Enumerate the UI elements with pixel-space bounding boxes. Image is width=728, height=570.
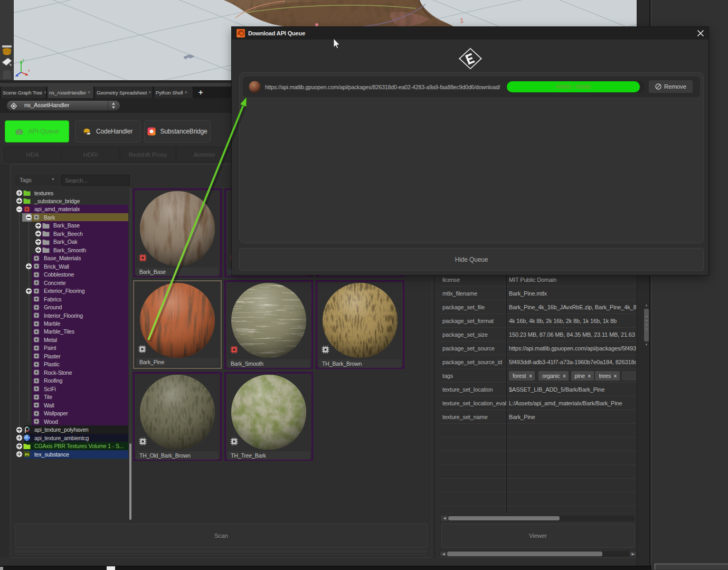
expand-icon[interactable] <box>16 198 22 204</box>
scrollbar-handle[interactable] <box>447 552 602 556</box>
tree-item-bark[interactable]: Bark <box>10 213 129 222</box>
tree-item-fabrics[interactable]: Fabrics <box>10 295 129 303</box>
texture-tile-th_tree_bark[interactable]: TH_Tree_Bark <box>224 372 313 461</box>
scan-button[interactable]: Scan <box>15 524 428 548</box>
tree-item-roofing[interactable]: Roofing <box>10 376 129 385</box>
tab-geometry-spreadsheet[interactable]: Geometry Spreadsheet× <box>95 87 153 98</box>
texture-tile-th_old_bark_brown[interactable]: TH_Old_Bark_Brown <box>133 372 222 461</box>
tree-item-tex-substance[interactable]: Pttex_substance <box>10 450 129 459</box>
tree-item-bark-base[interactable]: Bark_Base <box>10 221 129 230</box>
category-tab-redshift-proxy[interactable]: Redshift Proxy <box>120 147 176 162</box>
scroll-down-arrow[interactable]: ▼ <box>644 343 649 347</box>
api-queue-button[interactable]: API-Queue <box>5 120 69 142</box>
expand-icon[interactable] <box>35 223 41 229</box>
scroll-up-arrow[interactable]: ▲ <box>644 303 649 308</box>
scroll-left-arrow[interactable]: ◀ <box>440 552 447 556</box>
tree-item-api-texture-ambientcg[interactable]: api_texture_ambientcg <box>10 434 129 442</box>
scroll-left-arrow[interactable]: ◀ <box>441 516 448 521</box>
tree-item-marble-tiles[interactable]: Marble_Tiles <box>10 327 129 336</box>
category-tab-aixterior[interactable]: Aixterior <box>176 147 232 162</box>
timeline-playhead[interactable] <box>107 566 115 570</box>
tree-item-wallpaper[interactable]: Wallpaper <box>10 409 129 417</box>
tag-remove-icon[interactable]: x <box>613 373 620 378</box>
expand-icon[interactable] <box>16 435 22 441</box>
tree-item-bark-beech[interactable]: Bark_Beech <box>10 230 129 238</box>
texture-tile-bark_smooth[interactable]: Bark_Smooth <box>224 280 313 369</box>
tree-item-marble[interactable]: Marble <box>10 319 129 328</box>
category-tab-hda[interactable]: HDA <box>4 147 61 162</box>
tab-scene-graph-tree[interactable]: Scene Graph Tree× <box>1 87 46 98</box>
tree-item-exterior-flooring[interactable]: Exterior_Flooring <box>10 287 129 295</box>
expand-icon[interactable] <box>16 451 22 457</box>
tags-filter-dropdown[interactable]: Tags ▾ <box>14 175 59 186</box>
tree-item-plaster[interactable]: Plaster <box>10 352 129 360</box>
tag-remove-icon[interactable]: x <box>528 373 535 378</box>
texture-tile-bark_base[interactable]: Bark_Base <box>133 188 222 277</box>
tab-python-shell[interactable]: Python Shell× <box>154 87 193 98</box>
tree-item-bark-oak[interactable]: Bark_Oak <box>10 238 129 246</box>
tree-item-api-texture-polyhaven[interactable]: api_texture_polyhaven <box>10 425 129 434</box>
tag-chip-trees[interactable]: treesx <box>595 371 619 381</box>
texture-tile-th_bark_brown[interactable]: TH_Bark_Brown <box>316 280 404 369</box>
collapse-icon[interactable] <box>16 206 22 212</box>
tag-chip-pine[interactable]: pinex <box>571 371 594 381</box>
adjacent-pane-scrollbar[interactable] <box>655 564 728 569</box>
expand-icon[interactable] <box>26 288 32 294</box>
tree-item-textures[interactable]: textures <box>10 189 129 197</box>
viewport-tool-icons[interactable] <box>0 0 14 86</box>
codehandler-button[interactable]: CodeHandler <box>75 120 140 142</box>
tree-item-bark-smooth[interactable]: Bark_Smooth <box>10 246 129 254</box>
tree-item-wood[interactable]: Wood <box>10 417 129 426</box>
tree-item-interior-flooring[interactable]: Interior_Flooring <box>10 311 129 320</box>
panel-hscrollbar[interactable]: ◀ ▶ <box>440 551 637 557</box>
tag-chip-forest[interactable]: forestx <box>509 371 535 381</box>
viewer-button[interactable]: Viewer <box>441 524 635 548</box>
substancebridge-button[interactable]: SubstanceBridge <box>144 120 211 142</box>
tree-item-paint[interactable]: Paint <box>10 344 129 352</box>
tree-item-metal[interactable]: Metal <box>10 336 129 344</box>
texture-tile-bark_pine[interactable]: Bark_Pine <box>133 280 222 369</box>
tree-item-cgaxis-pbr-textures-volume-1-s-[interactable]: CGAxis PBR Textures Volume 1 - S... <box>10 442 129 450</box>
close-icon[interactable] <box>695 28 706 38</box>
scrollbar-handle[interactable] <box>448 516 560 520</box>
tab-ns-assethandler[interactable]: ns_AssetHandler× <box>48 87 94 98</box>
search-input[interactable]: Search... <box>61 175 130 186</box>
category-tab-hdri[interactable]: HDRI <box>62 147 119 162</box>
tree-vscrollbar-handle[interactable] <box>129 443 131 520</box>
tab-close-icon[interactable]: × <box>88 90 90 95</box>
node-selector-spinner[interactable] <box>111 102 116 109</box>
texture-sphere-preview <box>139 374 216 451</box>
tree-item-base-materials[interactable]: Base_Materials <box>10 254 129 262</box>
tree-item-wall[interactable]: Wall <box>10 401 129 410</box>
tree-item--substance-bridge[interactable]: _substance_bridge <box>10 197 129 205</box>
tree-item-ground[interactable]: Ground <box>10 303 129 311</box>
tag-chip-organic[interactable]: organicx <box>538 371 569 381</box>
tab-close-icon[interactable]: × <box>44 90 46 95</box>
chip-red-icon <box>23 206 31 213</box>
tab-close-icon[interactable]: × <box>185 90 187 95</box>
tree-item-tile[interactable]: Tile <box>10 393 129 401</box>
metadata-hscrollbar[interactable]: ◀ <box>441 516 635 521</box>
expand-icon[interactable] <box>16 443 22 449</box>
tree-item-scifi[interactable]: SciFi <box>10 385 129 393</box>
tag-remove-icon[interactable]: x <box>562 373 569 378</box>
expand-icon[interactable] <box>16 190 22 196</box>
remove-button[interactable]: Remove <box>649 80 693 93</box>
tag-add-field[interactable] <box>622 371 636 381</box>
expand-icon[interactable] <box>35 239 41 245</box>
tree-item-concrete[interactable]: Concrete <box>10 279 129 287</box>
new-tab-button[interactable]: + <box>194 87 207 98</box>
tag-remove-icon[interactable]: x <box>587 373 594 378</box>
vscrollbar-handle[interactable] <box>644 309 649 341</box>
tree-item-brick-wall[interactable]: Brick_Wall <box>10 262 129 271</box>
expand-icon[interactable] <box>16 427 22 433</box>
timeline-bar[interactable] <box>0 566 651 570</box>
tree-item-cobblestone[interactable]: Cobblestone <box>10 270 129 279</box>
tree-item-rock-stone[interactable]: Rock-Stone <box>10 368 129 377</box>
tree-item-plastic[interactable]: Plastic <box>10 360 129 368</box>
tab-close-icon[interactable]: × <box>148 90 151 95</box>
tree-item-api-amd-materialx[interactable]: api_amd_materialx <box>10 205 129 213</box>
expand-icon[interactable] <box>26 263 32 269</box>
hide-queue-button[interactable]: Hide Queue <box>239 248 704 271</box>
scroll-right-arrow[interactable]: ▶ <box>630 552 636 556</box>
